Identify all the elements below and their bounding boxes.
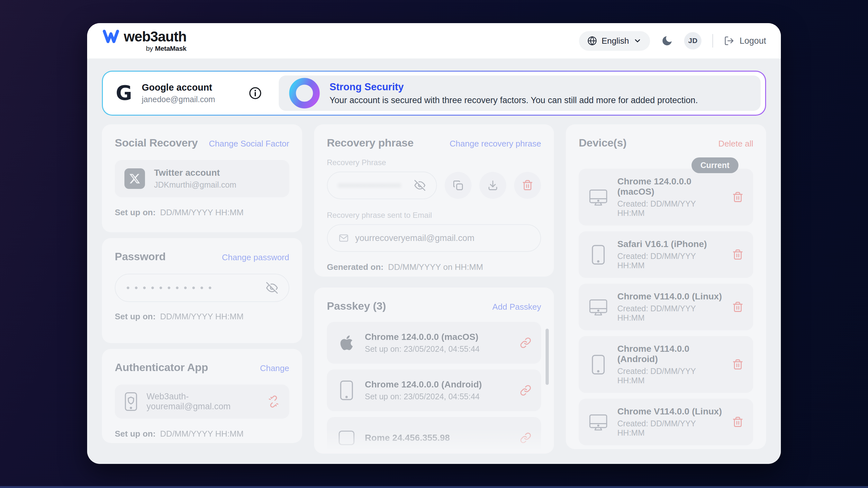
twitter-account-email: JDKmurthi@gmail.com [154,180,236,190]
password-title: Password [115,250,165,263]
setup-label: Set up on: [115,429,156,439]
setup-value: DD/MM/YYYY HH:MM [160,312,244,322]
copy-phrase-button[interactable] [444,172,472,199]
passkey-link-button[interactable] [520,337,531,349]
apple-icon [337,334,356,351]
unlink-button[interactable] [268,395,280,408]
security-status-description: Your account is secured with three recov… [330,95,698,105]
delete-all-link[interactable]: Delete all [718,139,753,149]
passkey-item: Chrome 124.0.0.0 (macOS) Set up on: 23/0… [327,322,541,364]
passkey-item: Chrome 124.0.0.0 (Android) Set up on: 23… [327,369,541,411]
link-icon [520,432,531,444]
recovery-phrase-masked: ••••••••••••••• [339,181,402,191]
phone-icon [337,380,356,401]
web3auth-logo-icon [102,30,119,44]
device-item: Chrome V114.0.0 (Linux) Created: DD/MM/Y… [579,399,753,445]
trash-icon [732,416,744,428]
passkey-link-button[interactable] [520,385,531,396]
trash-icon [732,301,744,313]
authenticator-title: Authenticator App [115,361,208,373]
account-title: Google account [142,82,215,93]
authenticator-card: Authenticator App Change Web3auth-yourem… [102,349,302,443]
device-item-subtitle: Created: DD/MM/YYY HH:MM [617,419,723,437]
setup-label: Set up on: [115,312,156,322]
x-twitter-icon [124,168,145,189]
change-password-link[interactable]: Change password [222,253,289,262]
setup-label: Set up on: [115,207,156,218]
setup-value: DD/MM/YYYY HH:MM [160,207,244,218]
avatar-initials: JD [688,37,698,45]
trash-icon [732,192,744,203]
link-icon [520,385,531,396]
copy-icon [452,180,464,191]
delete-phrase-button[interactable] [514,172,541,199]
link-icon [520,337,531,349]
info-button[interactable] [248,87,262,100]
change-social-factor-link[interactable]: Change Social Factor [209,139,289,149]
unlink-icon [268,395,280,408]
delete-device-button[interactable] [732,301,744,313]
security-factors-grid: Social Recovery Change Social Factor Twi… [102,124,766,454]
google-account-summary: G Google account janedoe@gmail.com [103,82,279,104]
eye-off-icon[interactable] [266,282,278,294]
logout-label: Logout [739,36,766,46]
passkey-link-button[interactable] [520,432,531,444]
language-label: English [601,36,629,46]
change-authenticator-link[interactable]: Change [260,363,289,373]
header-divider [712,34,713,47]
desktop-icon [588,413,608,431]
scrollbar-thumb[interactable] [546,329,549,385]
brand-byline: by MetaMask [124,45,186,52]
brand-name: web3auth [124,30,186,44]
download-phrase-button[interactable] [479,172,506,199]
mail-icon [339,233,349,243]
avatar[interactable]: JD [684,32,702,50]
recovery-email-input[interactable]: yourrecoveryemail@gmail.com [327,224,541,252]
google-icon: G [116,83,132,103]
passkey-item-subtitle: Set up on: 23/05/2024, 04:55:44 [365,392,482,401]
download-icon [487,180,499,191]
device-list: Chrome 124.0.0.0 (macOS) Created: DD/MM/… [579,169,753,445]
device-item-title: Chrome 124.0.0.0 (macOS) [617,176,723,197]
chevron-down-icon [633,37,642,45]
delete-device-button[interactable] [732,249,744,261]
trash-icon [732,359,744,370]
recovery-phrase-label: Recovery Phrase [327,158,541,167]
phone-icon [588,354,608,375]
eye-off-icon[interactable] [414,180,425,191]
delete-device-button[interactable] [732,359,744,370]
passkey-title: Passkey (3) [327,300,386,312]
language-selector[interactable]: English [579,31,650,51]
delete-device-button[interactable] [732,192,744,203]
social-recovery-title: Social Recovery [115,136,198,149]
security-status: Strong Security Your account is secured … [279,75,761,111]
device-item-subtitle: Created: DD/MM/YYY HH:MM [617,252,723,270]
setup-value: DD/MM/YYYY HH:MM [160,429,244,439]
account-banner: G Google account janedoe@gmail.com [102,71,766,116]
device-item: Safari V16.1 (iPhone) Created: DD/MM/YYY… [579,231,753,278]
passkey-item: Rome 24.456.355.98 [327,417,541,454]
app-window: web3auth by MetaMask English [87,23,781,464]
main-content: G Google account janedoe@gmail.com [87,59,781,464]
change-recovery-phrase-link[interactable]: Change recovery phrase [450,139,541,149]
device-item-title: Chrome V114.0.0 (Linux) [617,291,723,302]
logout-button[interactable]: Logout [724,36,766,46]
delete-device-button[interactable] [732,416,744,428]
dark-mode-toggle[interactable] [661,35,673,47]
add-passkey-link[interactable]: Add Passkey [493,302,541,312]
passkey-item-subtitle: Set up on: 23/05/2024, 04:55:44 [365,345,479,354]
password-input[interactable]: ••••••••••• [115,274,289,302]
recovery-email-label: Recovery phrase sent to Email [327,211,541,220]
authenticator-phone-icon [124,391,137,412]
browser-icon [337,430,356,446]
device-item-title: Chrome V114.0.0 (Linux) [617,406,723,417]
authenticator-account-item: Web3auth-youremail@gmal.com [115,385,289,419]
security-ring-icon [289,78,320,108]
twitter-account-item: Twitter account JDKmurthi@gmail.com [115,160,289,197]
device-item-title: Safari V16.1 (iPhone) [617,239,723,249]
generated-value: DD/MM/YYYY on HH:MM [388,262,483,272]
recovery-phrase-input[interactable]: ••••••••••••••• [327,171,437,199]
info-icon [248,87,262,100]
moon-icon [661,35,673,47]
device-item-subtitle: Created: DD/MM/YYY HH:MM [617,366,723,385]
